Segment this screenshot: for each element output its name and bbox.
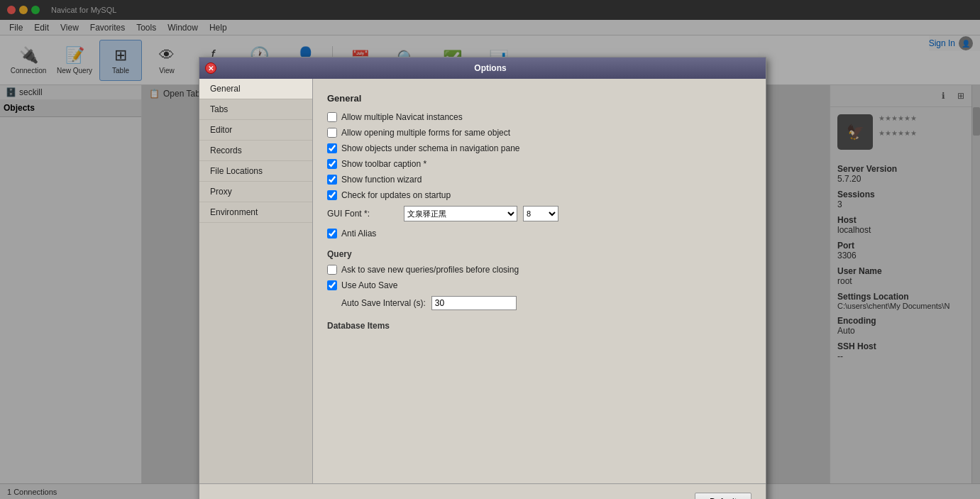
default-button[interactable]: Default xyxy=(695,493,751,500)
dialog-titlebar: ✕ Options xyxy=(199,57,766,79)
checkbox-allow-opening: Allow opening multiple forms for same ob… xyxy=(327,128,751,138)
checkbox-show-toolbar: Show toolbar caption * xyxy=(327,159,751,169)
dialog-close-btn[interactable]: ✕ xyxy=(205,62,216,74)
allow-multiple-checkbox[interactable] xyxy=(327,112,337,122)
show-toolbar-checkbox[interactable] xyxy=(327,159,337,169)
db-items-title: Database Items xyxy=(327,321,751,331)
show-function-label: Show function wizard xyxy=(341,175,422,185)
nav-tabs[interactable]: Tabs xyxy=(199,99,312,120)
anti-alias-checkbox[interactable] xyxy=(327,229,337,238)
checkbox-allow-multiple: Allow multiple Navicat instances xyxy=(327,112,751,122)
dialog-content: General Allow multiple Navicat instances… xyxy=(313,79,766,483)
checkbox-ask-save: Ask to save new queries/profiles before … xyxy=(327,265,751,275)
nav-general[interactable]: General xyxy=(199,79,312,99)
use-autosave-checkbox[interactable] xyxy=(327,280,337,290)
show-toolbar-label: Show toolbar caption * xyxy=(341,159,426,169)
nav-records[interactable]: Records xyxy=(199,141,312,161)
gui-font-size-select[interactable]: 8 xyxy=(523,206,558,221)
check-updates-checkbox[interactable] xyxy=(327,190,337,200)
ask-save-label: Ask to save new queries/profiles before … xyxy=(341,265,519,275)
dialog-nav: General Tabs Editor Records File Locatio… xyxy=(199,79,313,483)
allow-opening-checkbox[interactable] xyxy=(327,128,337,138)
checkbox-check-updates: Check for updates on startup xyxy=(327,190,751,200)
auto-save-row: Auto Save Interval (s): xyxy=(327,296,751,310)
nav-proxy[interactable]: Proxy xyxy=(199,182,312,202)
checkbox-anti-alias: Anti Alias xyxy=(327,229,751,238)
options-dialog: ✕ Options General Tabs Editor Records Fi… xyxy=(199,57,766,499)
use-autosave-label: Use Auto Save xyxy=(341,280,397,290)
checkbox-show-objects: Show objects under schema in navigation … xyxy=(327,143,751,153)
nav-file-locations[interactable]: File Locations xyxy=(199,161,312,182)
ask-save-checkbox[interactable] xyxy=(327,265,337,275)
allow-multiple-label: Allow multiple Navicat instances xyxy=(341,112,463,122)
gui-font-label: GUI Font *: xyxy=(327,209,398,219)
gui-font-select[interactable]: 文泉驿正黑 xyxy=(404,206,517,221)
allow-opening-label: Allow opening multiple forms for same ob… xyxy=(341,128,510,138)
nav-editor[interactable]: Editor xyxy=(199,120,312,141)
auto-save-input[interactable] xyxy=(431,296,517,310)
dialog-title: Options xyxy=(221,63,760,73)
show-function-checkbox[interactable] xyxy=(327,175,337,185)
dialog-body: General Tabs Editor Records File Locatio… xyxy=(199,79,766,483)
check-updates-label: Check for updates on startup xyxy=(341,190,451,200)
show-objects-checkbox[interactable] xyxy=(327,143,337,153)
query-section-title: Query xyxy=(327,249,751,259)
show-objects-label: Show objects under schema in navigation … xyxy=(341,143,520,153)
dialog-footer: Default xyxy=(199,483,766,499)
general-section-title: General xyxy=(327,93,751,104)
checkbox-use-autosave: Use Auto Save xyxy=(327,280,751,290)
checkbox-show-function: Show function wizard xyxy=(327,175,751,185)
modal-overlay: ✕ Options General Tabs Editor Records Fi… xyxy=(0,0,980,499)
anti-alias-label: Anti Alias xyxy=(341,229,376,238)
auto-save-label: Auto Save Interval (s): xyxy=(341,298,426,308)
nav-environment[interactable]: Environment xyxy=(199,202,312,223)
gui-font-row: GUI Font *: 文泉驿正黑 8 xyxy=(327,206,751,221)
